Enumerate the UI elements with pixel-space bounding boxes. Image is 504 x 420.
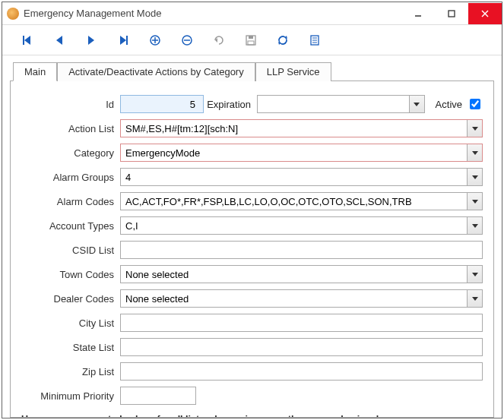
undo-button[interactable] bbox=[211, 32, 227, 49]
last-record-button[interactable] bbox=[115, 32, 132, 49]
label-minimum-priority: Minimum Priority bbox=[21, 390, 120, 402]
titlebar: Emergency Management Mode bbox=[2, 2, 502, 25]
csid-list-field[interactable] bbox=[120, 241, 483, 259]
svg-rect-18 bbox=[248, 41, 254, 45]
notes-button[interactable] bbox=[306, 32, 323, 49]
maximize-button[interactable] bbox=[435, 3, 468, 24]
label-zip-list: Zip List bbox=[21, 366, 120, 377]
label-account-types: Account Types bbox=[21, 220, 120, 232]
label-city-list: City List bbox=[21, 317, 120, 329]
svg-marker-25 bbox=[414, 103, 420, 106]
active-checkbox[interactable] bbox=[470, 99, 480, 109]
tab-panel-main: Id Expiration Active Action List bbox=[10, 81, 494, 418]
add-button[interactable] bbox=[147, 32, 163, 49]
dealer-codes-field[interactable] bbox=[120, 289, 483, 308]
svg-marker-7 bbox=[88, 36, 94, 45]
prev-record-button[interactable] bbox=[51, 32, 68, 49]
svg-rect-9 bbox=[126, 36, 128, 45]
label-alarm-codes: Alarm Codes bbox=[21, 196, 120, 207]
svg-rect-17 bbox=[249, 36, 253, 39]
alarm-codes-dropdown-button[interactable] bbox=[467, 193, 482, 210]
dealer-codes-dropdown-button[interactable] bbox=[467, 290, 482, 307]
city-list-field[interactable] bbox=[120, 314, 483, 332]
window-title: Emergency Management Mode bbox=[24, 8, 401, 19]
action-list-dropdown-button[interactable] bbox=[467, 120, 482, 137]
svg-marker-30 bbox=[472, 224, 478, 228]
alarm-codes-field[interactable] bbox=[120, 192, 483, 210]
next-record-button[interactable] bbox=[83, 32, 100, 49]
save-button[interactable] bbox=[242, 32, 259, 49]
zip-list-field[interactable] bbox=[120, 362, 483, 381]
town-codes-field[interactable] bbox=[120, 265, 483, 283]
first-record-button[interactable] bbox=[19, 32, 36, 49]
svg-marker-27 bbox=[472, 151, 478, 155]
alarm-groups-field[interactable] bbox=[120, 168, 483, 186]
svg-marker-8 bbox=[120, 36, 126, 45]
state-list-field[interactable] bbox=[120, 338, 483, 356]
account-types-field[interactable] bbox=[120, 216, 483, 235]
expiration-field[interactable] bbox=[257, 95, 425, 113]
town-codes-dropdown-button[interactable] bbox=[467, 266, 482, 283]
svg-marker-29 bbox=[472, 200, 478, 204]
tab-actions[interactable]: Activate/Deactivate Actions by Category bbox=[57, 62, 255, 81]
form-hint: Use comma separated values for all lists… bbox=[21, 411, 483, 418]
svg-rect-1 bbox=[449, 11, 455, 17]
minimum-priority-field[interactable] bbox=[120, 387, 196, 405]
remove-button[interactable] bbox=[179, 32, 195, 49]
minimize-button[interactable] bbox=[401, 3, 435, 24]
svg-rect-5 bbox=[23, 36, 24, 45]
svg-marker-26 bbox=[472, 127, 478, 131]
label-dealer-codes: Dealer Codes bbox=[21, 293, 120, 305]
label-category: Category bbox=[21, 147, 120, 159]
toolbar bbox=[2, 25, 502, 55]
label-id: Id bbox=[21, 99, 120, 110]
label-state-list: State List bbox=[21, 342, 120, 353]
svg-marker-31 bbox=[472, 273, 478, 276]
tab-main[interactable]: Main bbox=[13, 62, 57, 81]
tab-area: Main Activate/Deactivate Actions by Cate… bbox=[2, 55, 502, 418]
svg-marker-28 bbox=[472, 175, 478, 179]
refresh-button[interactable] bbox=[274, 32, 291, 49]
label-expiration: Expiration bbox=[204, 99, 257, 110]
label-action-list: Action List bbox=[21, 123, 120, 134]
tab-strip: Main Activate/Deactivate Actions by Cate… bbox=[10, 62, 494, 81]
window: Emergency Management Mode Main Act bbox=[2, 2, 502, 418]
svg-marker-6 bbox=[56, 36, 62, 45]
label-town-codes: Town Codes bbox=[21, 269, 120, 280]
category-field[interactable] bbox=[120, 144, 483, 162]
account-types-dropdown-button[interactable] bbox=[467, 217, 482, 234]
alarm-groups-dropdown-button[interactable] bbox=[467, 169, 482, 185]
label-active: Active bbox=[425, 99, 467, 110]
expiration-dropdown-button[interactable] bbox=[409, 96, 424, 112]
svg-marker-32 bbox=[472, 297, 478, 301]
app-icon bbox=[7, 8, 19, 20]
label-csid-list: CSID List bbox=[21, 245, 120, 256]
category-dropdown-button[interactable] bbox=[467, 144, 482, 161]
label-alarm-groups: Alarm Groups bbox=[21, 172, 120, 183]
action-list-field[interactable] bbox=[120, 119, 483, 137]
id-field[interactable] bbox=[120, 95, 204, 113]
close-button[interactable] bbox=[468, 3, 502, 24]
svg-marker-4 bbox=[24, 36, 30, 45]
tab-llp[interactable]: LLP Service bbox=[255, 62, 331, 81]
